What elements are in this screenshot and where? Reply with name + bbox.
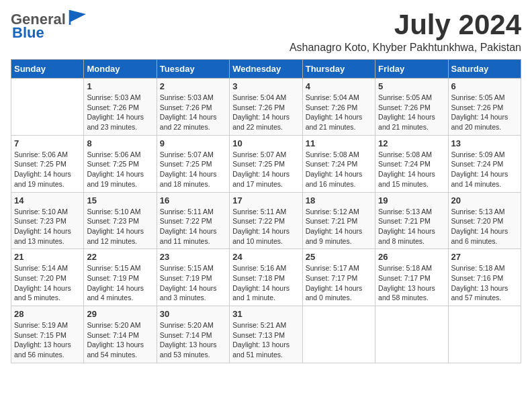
day-number: 2 <box>160 81 226 91</box>
day-info: Sunrise: 5:13 AM Sunset: 7:21 PM Dayligh… <box>378 207 445 246</box>
calendar-cell: 10Sunrise: 5:07 AM Sunset: 7:25 PM Dayli… <box>230 135 302 192</box>
day-number: 17 <box>232 195 299 205</box>
calendar-week-row: 1Sunrise: 5:03 AM Sunset: 7:26 PM Daylig… <box>11 79 521 136</box>
calendar-cell: 20Sunrise: 5:13 AM Sunset: 7:20 PM Dayli… <box>448 192 521 249</box>
calendar-cell: 8Sunrise: 5:06 AM Sunset: 7:25 PM Daylig… <box>84 135 157 192</box>
day-number: 23 <box>160 252 226 262</box>
day-number: 18 <box>306 195 372 205</box>
calendar-cell: 11Sunrise: 5:08 AM Sunset: 7:24 PM Dayli… <box>302 135 375 192</box>
calendar-cell: 19Sunrise: 5:13 AM Sunset: 7:21 PM Dayli… <box>375 192 448 249</box>
day-info: Sunrise: 5:11 AM Sunset: 7:22 PM Dayligh… <box>160 207 226 246</box>
day-number: 7 <box>14 138 81 148</box>
calendar-cell <box>11 79 84 136</box>
calendar-cell: 18Sunrise: 5:12 AM Sunset: 7:21 PM Dayli… <box>302 192 375 249</box>
day-number: 20 <box>451 195 518 205</box>
calendar-cell: 26Sunrise: 5:18 AM Sunset: 7:17 PM Dayli… <box>375 249 448 306</box>
day-info: Sunrise: 5:04 AM Sunset: 7:26 PM Dayligh… <box>306 93 372 132</box>
logo-flag-icon <box>67 9 87 26</box>
calendar-cell: 14Sunrise: 5:10 AM Sunset: 7:23 PM Dayli… <box>11 192 84 249</box>
calendar-cell <box>302 306 375 363</box>
calendar-cell: 4Sunrise: 5:04 AM Sunset: 7:26 PM Daylig… <box>302 79 375 136</box>
day-number: 22 <box>87 252 153 262</box>
weekday-header-tuesday: Tuesday <box>157 60 229 79</box>
day-info: Sunrise: 5:03 AM Sunset: 7:26 PM Dayligh… <box>160 93 226 132</box>
calendar-cell <box>375 306 448 363</box>
day-info: Sunrise: 5:07 AM Sunset: 7:25 PM Dayligh… <box>160 150 226 189</box>
day-info: Sunrise: 5:06 AM Sunset: 7:25 PM Dayligh… <box>87 150 153 189</box>
calendar-cell: 23Sunrise: 5:15 AM Sunset: 7:19 PM Dayli… <box>157 249 229 306</box>
calendar-week-row: 14Sunrise: 5:10 AM Sunset: 7:23 PM Dayli… <box>11 192 521 249</box>
svg-marker-0 <box>70 10 86 22</box>
day-number: 1 <box>87 81 153 91</box>
day-info: Sunrise: 5:16 AM Sunset: 7:18 PM Dayligh… <box>232 263 299 303</box>
day-info: Sunrise: 5:04 AM Sunset: 7:26 PM Dayligh… <box>232 93 299 132</box>
calendar-cell: 28Sunrise: 5:19 AM Sunset: 7:15 PM Dayli… <box>11 306 84 363</box>
day-info: Sunrise: 5:10 AM Sunset: 7:23 PM Dayligh… <box>14 207 81 246</box>
calendar-subtitle: Ashanagro Koto, Khyber Pakhtunkhwa, Paki… <box>290 42 521 54</box>
day-info: Sunrise: 5:08 AM Sunset: 7:24 PM Dayligh… <box>306 150 372 189</box>
calendar-cell: 24Sunrise: 5:16 AM Sunset: 7:18 PM Dayli… <box>230 249 302 306</box>
calendar-cell: 31Sunrise: 5:21 AM Sunset: 7:13 PM Dayli… <box>230 306 302 363</box>
logo: General Blue <box>11 11 87 42</box>
day-number: 10 <box>232 138 299 148</box>
day-info: Sunrise: 5:11 AM Sunset: 7:22 PM Dayligh… <box>232 207 299 246</box>
calendar-table: SundayMondayTuesdayWednesdayThursdayFrid… <box>11 59 521 363</box>
day-info: Sunrise: 5:19 AM Sunset: 7:15 PM Dayligh… <box>14 320 81 360</box>
calendar-cell: 15Sunrise: 5:10 AM Sunset: 7:23 PM Dayli… <box>84 192 157 249</box>
day-info: Sunrise: 5:20 AM Sunset: 7:14 PM Dayligh… <box>160 320 226 360</box>
calendar-cell <box>448 306 521 363</box>
calendar-cell: 6Sunrise: 5:05 AM Sunset: 7:26 PM Daylig… <box>448 79 521 136</box>
day-info: Sunrise: 5:03 AM Sunset: 7:26 PM Dayligh… <box>87 93 153 132</box>
calendar-cell: 25Sunrise: 5:17 AM Sunset: 7:17 PM Dayli… <box>302 249 375 306</box>
day-number: 19 <box>378 195 445 205</box>
day-info: Sunrise: 5:12 AM Sunset: 7:21 PM Dayligh… <box>306 207 372 246</box>
day-number: 14 <box>14 195 81 205</box>
day-info: Sunrise: 5:20 AM Sunset: 7:14 PM Dayligh… <box>87 320 153 360</box>
day-number: 6 <box>451 81 518 91</box>
calendar-cell: 7Sunrise: 5:06 AM Sunset: 7:25 PM Daylig… <box>11 135 84 192</box>
day-number: 4 <box>306 81 372 91</box>
weekday-header-thursday: Thursday <box>302 60 375 79</box>
day-number: 15 <box>87 195 153 205</box>
title-block: July 2024 Ashanagro Koto, Khyber Pakhtun… <box>290 11 521 54</box>
day-number: 12 <box>378 138 445 148</box>
calendar-cell: 30Sunrise: 5:20 AM Sunset: 7:14 PM Dayli… <box>157 306 229 363</box>
day-number: 30 <box>160 309 226 319</box>
day-number: 24 <box>232 252 299 262</box>
day-info: Sunrise: 5:07 AM Sunset: 7:25 PM Dayligh… <box>232 150 299 189</box>
day-number: 27 <box>451 252 518 262</box>
calendar-cell: 9Sunrise: 5:07 AM Sunset: 7:25 PM Daylig… <box>157 135 229 192</box>
day-number: 13 <box>451 138 518 148</box>
weekday-header-sunday: Sunday <box>11 60 84 79</box>
day-info: Sunrise: 5:18 AM Sunset: 7:17 PM Dayligh… <box>378 263 445 303</box>
day-number: 5 <box>378 81 445 91</box>
logo-blue: Blue <box>12 24 44 41</box>
calendar-cell: 29Sunrise: 5:20 AM Sunset: 7:14 PM Dayli… <box>84 306 157 363</box>
calendar-cell: 17Sunrise: 5:11 AM Sunset: 7:22 PM Dayli… <box>230 192 302 249</box>
day-info: Sunrise: 5:14 AM Sunset: 7:20 PM Dayligh… <box>14 263 81 303</box>
day-info: Sunrise: 5:15 AM Sunset: 7:19 PM Dayligh… <box>87 263 153 303</box>
day-number: 31 <box>232 309 299 319</box>
calendar-cell: 22Sunrise: 5:15 AM Sunset: 7:19 PM Dayli… <box>84 249 157 306</box>
day-info: Sunrise: 5:18 AM Sunset: 7:16 PM Dayligh… <box>451 263 518 303</box>
day-info: Sunrise: 5:13 AM Sunset: 7:20 PM Dayligh… <box>451 207 518 246</box>
day-info: Sunrise: 5:09 AM Sunset: 7:24 PM Dayligh… <box>451 150 518 189</box>
day-number: 11 <box>306 138 372 148</box>
day-info: Sunrise: 5:21 AM Sunset: 7:13 PM Dayligh… <box>232 320 299 360</box>
day-info: Sunrise: 5:05 AM Sunset: 7:26 PM Dayligh… <box>378 93 445 132</box>
calendar-header-row: SundayMondayTuesdayWednesdayThursdayFrid… <box>11 60 521 79</box>
day-number: 9 <box>160 138 226 148</box>
day-info: Sunrise: 5:15 AM Sunset: 7:19 PM Dayligh… <box>160 263 226 303</box>
page-header: General Blue July 2024 Ashanagro Koto, K… <box>11 11 521 54</box>
day-info: Sunrise: 5:17 AM Sunset: 7:17 PM Dayligh… <box>306 263 372 303</box>
day-number: 16 <box>160 195 226 205</box>
calendar-title: July 2024 <box>290 11 521 39</box>
calendar-week-row: 21Sunrise: 5:14 AM Sunset: 7:20 PM Dayli… <box>11 249 521 306</box>
calendar-cell: 5Sunrise: 5:05 AM Sunset: 7:26 PM Daylig… <box>375 79 448 136</box>
calendar-week-row: 7Sunrise: 5:06 AM Sunset: 7:25 PM Daylig… <box>11 135 521 192</box>
calendar-cell: 21Sunrise: 5:14 AM Sunset: 7:20 PM Dayli… <box>11 249 84 306</box>
day-number: 21 <box>14 252 81 262</box>
weekday-header-friday: Friday <box>375 60 448 79</box>
calendar-week-row: 28Sunrise: 5:19 AM Sunset: 7:15 PM Dayli… <box>11 306 521 363</box>
day-number: 28 <box>14 309 81 319</box>
